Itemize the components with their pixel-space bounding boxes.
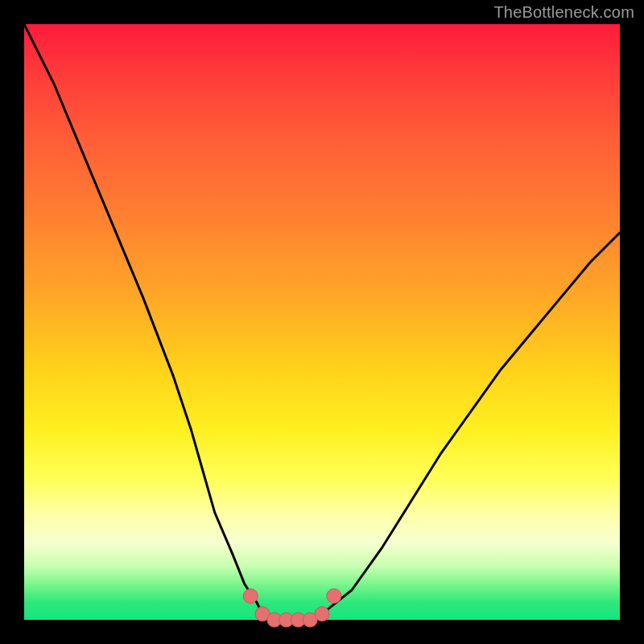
bottleneck-curve [24, 24, 620, 620]
chart-frame: TheBottleneck.com [0, 0, 644, 644]
trough-marker [243, 588, 258, 603]
trough-marker [327, 588, 341, 603]
trough-marker [315, 607, 329, 621]
curve-layer [24, 24, 620, 620]
trough-markers [243, 588, 341, 627]
watermark-text: TheBottleneck.com [493, 3, 634, 22]
plot-area [24, 24, 620, 620]
